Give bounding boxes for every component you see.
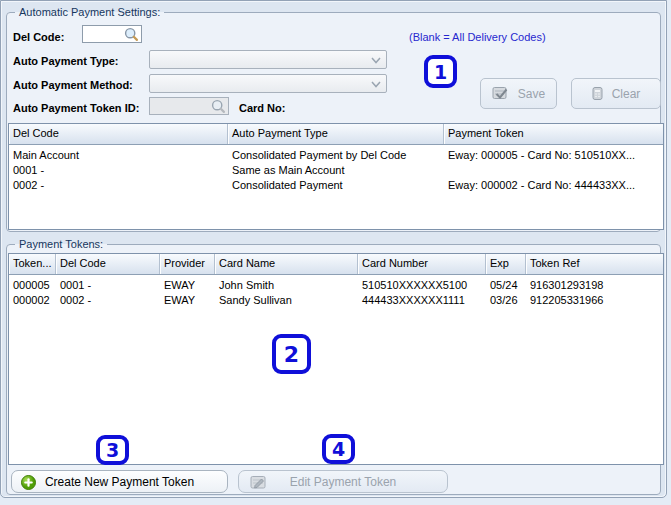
- table-body: Main Account Consolidated Payment by Del…: [9, 145, 663, 193]
- column-header-auto-payment-type[interactable]: Auto Payment Type: [228, 124, 444, 144]
- auto-payment-settings-legend: Automatic Payment Settings:: [15, 6, 164, 18]
- column-header-exp[interactable]: Exp: [486, 254, 526, 274]
- payment-settings-panel: Automatic Payment Settings: Del Code: (B…: [0, 0, 667, 498]
- auto-payment-method-label: Auto Payment Method:: [13, 79, 133, 91]
- annotation-badge-3: 3: [96, 435, 129, 465]
- save-check-icon: [492, 86, 509, 101]
- search-icon[interactable]: [124, 27, 139, 42]
- save-button[interactable]: Save: [480, 78, 557, 109]
- chevron-down-icon: [370, 80, 382, 89]
- edit-payment-token-label: Edit Payment Token: [290, 475, 397, 489]
- table-row[interactable]: 0001 - Same as Main Account: [9, 163, 663, 178]
- cell-provider: EWAY: [160, 278, 215, 293]
- cell-auto-payment-type: Same as Main Account: [228, 163, 444, 178]
- cell-token-id: 000002: [9, 293, 56, 308]
- cell-del-code: 0001 -: [56, 278, 160, 293]
- column-header-del-code[interactable]: Del Code: [9, 124, 228, 144]
- cell-del-code: 0002 -: [56, 293, 160, 308]
- create-payment-token-button[interactable]: Create New Payment Token: [11, 470, 228, 493]
- auto-payment-assignments-table: Del Code Auto Payment Type Payment Token…: [8, 123, 664, 230]
- edit-payment-token-button[interactable]: Edit Payment Token: [238, 470, 448, 493]
- cell-payment-token: Eway: 000005 - Card No: 510510XX...: [444, 148, 663, 163]
- auto-payment-method-select[interactable]: [149, 74, 387, 93]
- chevron-down-icon: [370, 56, 382, 65]
- clear-button-label: Clear: [612, 87, 641, 101]
- table-header-row: Del Code Auto Payment Type Payment Token: [9, 124, 663, 145]
- column-header-card-number[interactable]: Card Number: [358, 254, 486, 274]
- column-header-provider[interactable]: Provider: [160, 254, 215, 274]
- clear-bin-icon: [592, 86, 603, 101]
- cell-auto-payment-type: Consolidated Payment by Del Code: [228, 148, 444, 163]
- del-code-label: Del Code:: [13, 31, 64, 43]
- cell-token-ref: 912205331966: [526, 293, 663, 308]
- annotation-badge-1: 1: [424, 55, 457, 88]
- cell-token-ref: 916301293198: [526, 278, 663, 293]
- table-header-row: Token... Del Code Provider Card Name Car…: [9, 254, 663, 275]
- table-row[interactable]: 000005 0001 - EWAY John Smith 510510XXXX…: [9, 278, 663, 293]
- cell-payment-token: Eway: 000002 - Card No: 444433XX...: [444, 178, 663, 193]
- cell-exp: 05/24: [486, 278, 526, 293]
- cell-card-number: 444433XXXXXX1111: [358, 293, 486, 308]
- green-plus-icon: [21, 475, 36, 490]
- auto-payment-type-select[interactable]: [149, 50, 387, 69]
- cell-token-id: 000005: [9, 278, 56, 293]
- create-payment-token-label: Create New Payment Token: [45, 475, 194, 489]
- column-header-token-ref[interactable]: Token Ref: [526, 254, 663, 274]
- column-header-payment-token[interactable]: Payment Token: [444, 124, 663, 144]
- cell-del-code: 0002 -: [9, 178, 228, 193]
- auto-payment-type-label: Auto Payment Type:: [13, 55, 119, 67]
- column-header-card-name[interactable]: Card Name: [215, 254, 358, 274]
- annotation-badge-4: 4: [322, 434, 355, 464]
- table-row[interactable]: 0002 - Consolidated Payment Eway: 000002…: [9, 178, 663, 193]
- clear-button[interactable]: Clear: [571, 78, 661, 109]
- cell-payment-token: [444, 163, 663, 178]
- cell-del-code: Main Account: [9, 148, 228, 163]
- search-icon[interactable]: [211, 99, 226, 114]
- cell-provider: EWAY: [160, 293, 215, 308]
- card-no-label: Card No:: [239, 102, 285, 114]
- auto-payment-token-id-label: Auto Payment Token ID:: [13, 102, 139, 114]
- table-body: 000005 0001 - EWAY John Smith 510510XXXX…: [9, 275, 663, 308]
- edit-pencil-icon: [250, 475, 267, 490]
- cell-exp: 03/26: [486, 293, 526, 308]
- table-row[interactable]: Main Account Consolidated Payment by Del…: [9, 148, 663, 163]
- cell-del-code: 0001 -: [9, 163, 228, 178]
- cell-auto-payment-type: Consolidated Payment: [228, 178, 444, 193]
- save-button-label: Save: [518, 87, 545, 101]
- cell-card-number: 510510XXXXXX5100: [358, 278, 486, 293]
- table-row[interactable]: 000002 0002 - EWAY Sandy Sullivan 444433…: [9, 293, 663, 308]
- cell-card-name: John Smith: [215, 278, 358, 293]
- cell-card-name: Sandy Sullivan: [215, 293, 358, 308]
- column-header-del-code[interactable]: Del Code: [56, 254, 160, 274]
- column-header-token[interactable]: Token...: [9, 254, 56, 274]
- annotation-badge-2: 2: [272, 334, 311, 374]
- payment-tokens-legend: Payment Tokens:: [15, 238, 107, 250]
- blank-hint-text: (Blank = All Delivery Codes): [409, 31, 546, 43]
